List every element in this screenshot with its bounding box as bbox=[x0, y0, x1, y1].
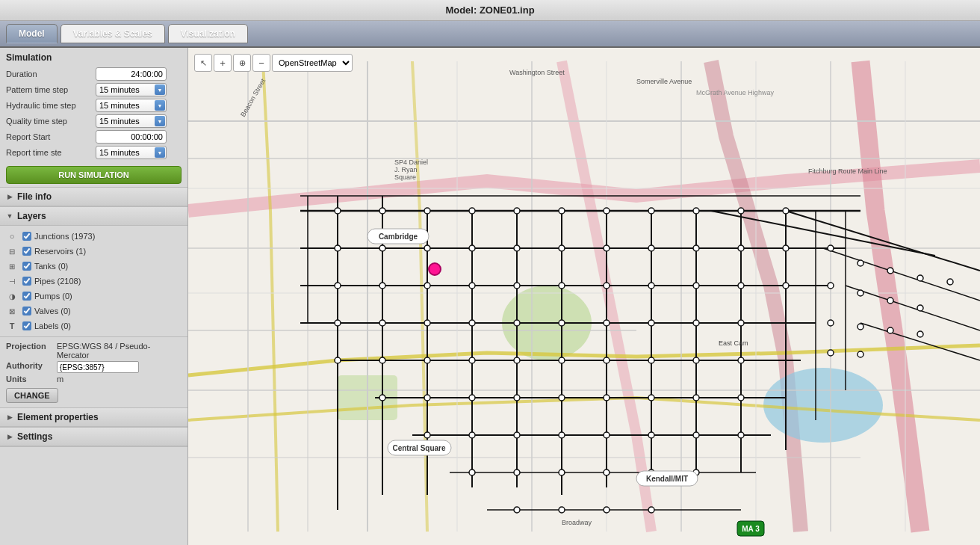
settings-section: ▶ Settings bbox=[0, 428, 187, 447]
zoom-out-button[interactable]: − bbox=[252, 54, 270, 72]
junctions-checkbox[interactable] bbox=[22, 232, 31, 241]
pumps-checkbox[interactable] bbox=[22, 292, 31, 301]
file-info-arrow: ▶ bbox=[6, 193, 13, 200]
element-properties-header[interactable]: ▶ Element properties bbox=[0, 408, 187, 427]
tab-visualization[interactable]: Visualization bbox=[168, 24, 248, 43]
report-time-step-wrapper: 15 minutes 30 minutes 1 hour bbox=[96, 146, 167, 159]
zoom-in-button[interactable]: + bbox=[214, 54, 232, 72]
quality-time-step-label: Quality time step bbox=[6, 117, 96, 126]
layer-valves-row: ⊠ Valves (0) bbox=[3, 304, 182, 318]
element-properties-section: ▶ Element properties bbox=[0, 408, 187, 428]
layer-pumps-row: ◑ Pumps (0) bbox=[3, 289, 182, 304]
settings-arrow: ▶ bbox=[6, 433, 13, 440]
report-time-step-label: Report time ste bbox=[6, 148, 96, 157]
quality-time-step-row: Quality time step 15 minutes 30 minutes … bbox=[6, 114, 182, 128]
report-time-step-select[interactable]: 15 minutes 30 minutes 1 hour bbox=[96, 146, 167, 159]
settings-title: Settings bbox=[17, 431, 52, 442]
pipes-label: Pipes (2108) bbox=[34, 277, 81, 286]
valves-checkbox[interactable] bbox=[22, 307, 31, 315]
hydraulic-time-step-select[interactable]: 15 minutes 30 minutes 1 hour bbox=[96, 99, 167, 112]
hydraulic-time-step-row: Hydraulic time step 15 minutes 30 minute… bbox=[6, 99, 182, 112]
layers-content: ○ Junctions (1973) ⊟ Reservoirs (1) ⊞ Ta… bbox=[0, 226, 187, 336]
pumps-label: Pumps (0) bbox=[34, 292, 72, 301]
layer-pipes-row: ⊣ Pipes (2108) bbox=[3, 274, 182, 289]
pattern-time-step-select[interactable]: 15 minutes 30 minutes 1 hour bbox=[96, 83, 167, 96]
authority-input[interactable] bbox=[57, 361, 139, 373]
labels-checkbox[interactable] bbox=[22, 321, 31, 330]
layers-arrow: ▼ bbox=[6, 212, 13, 220]
hydraulic-time-step-wrapper: 15 minutes 30 minutes 1 hour bbox=[96, 99, 167, 112]
projection-row: Projection EPSG:WGS 84 / Pseudo-Mercator bbox=[6, 342, 182, 360]
report-time-step-row: Report time ste 15 minutes 30 minutes 1 … bbox=[6, 146, 182, 159]
units-key: Units bbox=[6, 375, 57, 384]
labels-icon: T bbox=[4, 320, 19, 332]
valves-label: Valves (0) bbox=[34, 307, 71, 315]
units-row: Units m bbox=[6, 375, 182, 384]
layer-labels-row: T Labels (0) bbox=[3, 318, 182, 333]
layer-reservoirs-row: ⊟ Reservoirs (1) bbox=[3, 244, 182, 259]
report-start-input[interactable] bbox=[96, 130, 167, 144]
map-toolbar: ↖ + ⊕ − OpenStreetMap Google Maps Bing M… bbox=[194, 54, 353, 72]
window-title: Model: ZONE01.inp bbox=[7, 4, 973, 16]
settings-header[interactable]: ▶ Settings bbox=[0, 428, 187, 446]
map-background bbox=[188, 48, 980, 545]
reservoirs-icon: ⊟ bbox=[4, 245, 19, 257]
element-properties-arrow: ▶ bbox=[6, 413, 13, 421]
file-info-header[interactable]: ▶ File info bbox=[0, 188, 187, 206]
simulation-section: Simulation Duration Pattern time step 15… bbox=[0, 48, 187, 188]
left-panel: Simulation Duration Pattern time step 15… bbox=[0, 48, 188, 545]
projection-section: Projection EPSG:WGS 84 / Pseudo-Mercator… bbox=[0, 337, 187, 408]
reservoirs-label: Reservoirs (1) bbox=[34, 247, 86, 256]
report-start-row: Report Start bbox=[6, 130, 182, 144]
pattern-time-step-row: Pattern time step 15 minutes 30 minutes … bbox=[6, 83, 182, 96]
tab-variables[interactable]: Variables & Scales bbox=[61, 24, 165, 43]
change-button[interactable]: CHANGE bbox=[6, 388, 58, 403]
hydraulic-time-step-label: Hydraulic time step bbox=[6, 101, 96, 110]
pumps-icon: ◑ bbox=[4, 290, 19, 302]
projection-value: EPSG:WGS 84 / Pseudo-Mercator bbox=[57, 342, 182, 360]
tanks-icon: ⊞ bbox=[4, 260, 19, 272]
duration-label: Duration bbox=[6, 70, 96, 78]
reservoirs-checkbox[interactable] bbox=[22, 247, 31, 256]
layer-tanks-row: ⊞ Tanks (0) bbox=[3, 259, 182, 274]
file-info-section: ▶ File info bbox=[0, 188, 187, 207]
tanks-label: Tanks (0) bbox=[34, 262, 68, 271]
main-content: Simulation Duration Pattern time step 15… bbox=[0, 48, 980, 545]
tab-bar: Model Variables & Scales Visualization bbox=[0, 21, 980, 48]
pattern-time-step-wrapper: 15 minutes 30 minutes 1 hour bbox=[96, 83, 167, 96]
element-properties-title: Element properties bbox=[17, 412, 99, 422]
units-value: m bbox=[57, 375, 63, 384]
duration-input[interactable] bbox=[96, 67, 167, 81]
run-simulation-button[interactable]: RUN SIMULATION bbox=[6, 166, 182, 184]
pan-button[interactable]: ⊕ bbox=[233, 54, 251, 72]
pipes-checkbox[interactable] bbox=[22, 277, 31, 286]
authority-key: Authority bbox=[6, 361, 57, 370]
junctions-icon: ○ bbox=[4, 230, 19, 242]
pattern-time-step-label: Pattern time step bbox=[6, 85, 96, 94]
file-info-title: File info bbox=[17, 191, 52, 202]
valves-icon: ⊠ bbox=[4, 305, 19, 317]
layer-junctions-row: ○ Junctions (1973) bbox=[3, 229, 182, 244]
pipes-icon: ⊣ bbox=[4, 275, 19, 287]
tanks-checkbox[interactable] bbox=[22, 262, 31, 271]
report-start-label: Report Start bbox=[6, 132, 96, 141]
map-area[interactable]: Beacon Street Washington Street Somervil… bbox=[188, 48, 980, 545]
quality-time-step-wrapper: 15 minutes 30 minutes 1 hour bbox=[96, 114, 167, 128]
cursor-tool-button[interactable]: ↖ bbox=[194, 54, 212, 72]
title-bar: Model: ZONE01.inp bbox=[0, 0, 980, 21]
simulation-title: Simulation bbox=[6, 52, 182, 63]
layers-header[interactable]: ▼ Layers bbox=[0, 207, 187, 226]
map-provider-select[interactable]: OpenStreetMap Google Maps Bing Maps bbox=[272, 54, 353, 72]
junctions-label: Junctions (1973) bbox=[34, 232, 95, 241]
labels-label: Labels (0) bbox=[34, 321, 71, 330]
projection-key: Projection bbox=[6, 342, 57, 351]
quality-time-step-select[interactable]: 15 minutes 30 minutes 1 hour bbox=[96, 114, 167, 128]
tab-model[interactable]: Model bbox=[6, 24, 58, 43]
layers-title: Layers bbox=[17, 211, 46, 221]
layers-section: ▼ Layers ○ Junctions (1973) ⊟ Reservoirs… bbox=[0, 207, 187, 337]
duration-row: Duration bbox=[6, 67, 182, 81]
authority-row: Authority bbox=[6, 361, 182, 373]
